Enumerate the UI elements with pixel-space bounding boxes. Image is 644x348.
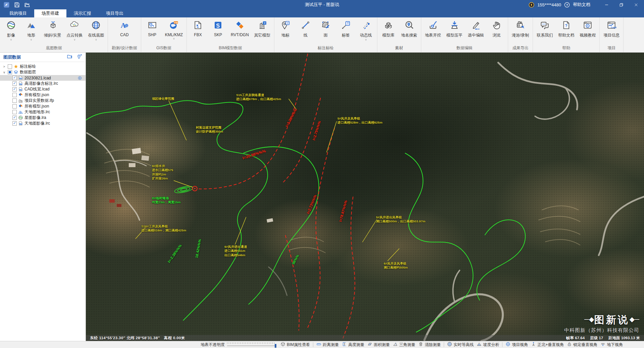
- layer-checkbox[interactable]: [12, 116, 17, 120]
- layer-tree-item-layer-startu-imagery[interactable]: 星图影像.lra: [0, 115, 86, 121]
- polygon-icon: [321, 20, 331, 31]
- company-name: 中科图新（苏州）科技有限公司: [564, 327, 639, 334]
- ribbon-button-kml-kmz[interactable]: KMLKML/KMZ∨: [162, 18, 185, 41]
- locate-layer-icon[interactable]: [77, 76, 82, 80]
- add-placemark-icon[interactable]: [76, 54, 82, 61]
- ribbon-button-place-search[interactable]: 地名搜索: [398, 18, 420, 42]
- ribbon-button-select-edit[interactable]: 选中编辑: [465, 18, 487, 42]
- statusbar-button-project-view[interactable]: 项目视角: [505, 342, 528, 348]
- statusbar-button-height-measure[interactable]: 高度测量: [342, 342, 364, 348]
- statusbar-button-area-measure[interactable]: 面积测量: [367, 342, 390, 348]
- layer-checkbox[interactable]: [12, 76, 17, 80]
- realscene-icon: [18, 98, 23, 103]
- svg-text:LRC: LRC: [20, 123, 22, 125]
- ribbon-button-contact-us[interactable]: 联系我们: [534, 18, 555, 42]
- layer-checkbox[interactable]: [12, 98, 17, 103]
- tab-presentation[interactable]: 演示汇报: [66, 9, 99, 17]
- svg-text:?: ?: [565, 23, 568, 28]
- expander-collapsed-icon[interactable]: >: [2, 65, 6, 68]
- layer-checkbox[interactable]: [12, 87, 17, 91]
- layer-tree-item-layer-tianditu-imagery[interactable]: LRC天地图影像.lrc: [0, 121, 86, 126]
- ribbon-button-help-doc[interactable]: ?帮助文档: [555, 18, 577, 42]
- ribbon-button-browse[interactable]: 浏览: [487, 18, 507, 42]
- layer-checkbox[interactable]: [8, 70, 12, 74]
- layer-tree-item-layer-all-models-1[interactable]: 所有模型.json: [0, 92, 86, 98]
- help-circle-icon[interactable]: ?: [564, 2, 570, 8]
- statusbar-button-slope-analysis[interactable]: 坡度分析: [477, 342, 499, 348]
- ribbon-button-model-library[interactable]: 模型库: [378, 18, 398, 42]
- layer-checkbox[interactable]: [8, 64, 12, 69]
- ribbon-button-shp[interactable]: SHP: [142, 18, 162, 41]
- layer-checkbox[interactable]: [12, 110, 17, 114]
- select-edit-icon: [471, 20, 481, 31]
- underground-view-icon: [600, 342, 605, 348]
- layer-tree-item-data-layers-group[interactable]: ∨数据图层: [0, 69, 86, 75]
- ribbon-button-project-info[interactable]: Logo项目信息: [601, 18, 622, 42]
- tab-my-projects[interactable]: 我的项目: [2, 9, 34, 17]
- help-doc-link[interactable]: 帮助文档: [573, 2, 590, 8]
- slider-handle[interactable]: [275, 344, 276, 348]
- ribbon-button-label[interactable]: T标签: [336, 18, 356, 42]
- statusbar-button-lock-vertical-view[interactable]: 锁定垂直视角: [567, 342, 597, 348]
- ribbon-button-fbx[interactable]: FBX: [188, 18, 208, 41]
- ribbon-button-skp[interactable]: SKP: [208, 18, 228, 41]
- statusbar-button-bim-attribute-view[interactable]: BIM属性查看: [280, 342, 310, 348]
- close-button[interactable]: [630, 0, 642, 9]
- ribbon-button-polygon[interactable]: 面: [316, 18, 336, 42]
- map-viewport[interactable]: 坝区绿化带范围S15工井及联络通道进口高程678m，出口高程425m5#风井及风…: [86, 53, 644, 341]
- layer-label: 高清影像含标注.lrc: [24, 81, 58, 86]
- statusbar-button-distance-measure[interactable]: 距离测量: [316, 342, 339, 348]
- expander-expanded-icon[interactable]: ∨: [2, 71, 6, 74]
- ribbon-button-placemark[interactable]: T地标: [275, 18, 296, 42]
- layer-tree-item-layer-cad-linewidth[interactable]: CADCAD线宽.lcad: [0, 86, 86, 92]
- layer-tree-item-layer-project-realscene[interactable]: 项目实景数据.lfp: [0, 98, 86, 103]
- open-folder-icon[interactable]: [24, 2, 31, 8]
- statusbar-button-north-vertical-view[interactable]: 正北+垂直视角: [531, 342, 564, 348]
- statusbar-button-triangle-measure[interactable]: 三角测量: [393, 342, 415, 348]
- restore-button[interactable]: [615, 0, 627, 9]
- ribbon-button-pointcloud-convert[interactable]: 点云转换∨: [64, 18, 85, 42]
- ribbon-button-terrain[interactable]: 地形∨: [21, 18, 41, 42]
- save-icon[interactable]: [14, 2, 20, 8]
- ribbon-button-model-flatten[interactable]: 模型压平: [444, 18, 465, 42]
- svg-text:Logo: Logo: [611, 26, 617, 29]
- ribbon-button-video-tutorial[interactable]: 视频教程: [577, 18, 598, 42]
- layer-tree-item-annotation-group[interactable]: >标注标绘: [0, 64, 86, 69]
- ribbon-button-line[interactable]: 线: [296, 18, 316, 42]
- statusbar-button-clear-measure[interactable]: 清除测量: [418, 342, 441, 348]
- add-group-folder-icon[interactable]: [67, 54, 72, 61]
- project-view-icon: [505, 342, 511, 348]
- statusbar-button-underground-view[interactable]: 地下视角: [600, 342, 623, 348]
- ribbon-button-other-model[interactable]: T其它模型: [252, 18, 273, 42]
- layer-checkbox[interactable]: [12, 81, 17, 86]
- layer-tree-item-layer-tianditu-terrain[interactable]: 天地图地形.lrc: [0, 109, 86, 115]
- lrc-icon: LRC: [18, 121, 23, 126]
- online-basemap-icon: [91, 20, 101, 31]
- tab-scene-build[interactable]: 场景搭建: [34, 9, 66, 17]
- ribbon-button-cad[interactable]: ACAD: [114, 18, 135, 41]
- ribbon-button-rvt-dgn[interactable]: RVT/DGN: [228, 18, 252, 41]
- statusbar-button-realtime-contour[interactable]: 实时等高线: [447, 342, 474, 348]
- layer-checkbox[interactable]: [12, 121, 17, 126]
- layer-checkbox[interactable]: [12, 104, 17, 109]
- ribbon-button-roam-record[interactable]: 漫游/录制: [509, 18, 532, 42]
- account-number[interactable]: 155****4480: [537, 2, 561, 7]
- ribbon-button-imagery[interactable]: 影像∨: [1, 18, 21, 42]
- layer-tree-item-layer-all-models-2[interactable]: 所有模型.json: [0, 103, 86, 109]
- minimize-button[interactable]: [600, 0, 612, 9]
- layer-panel-title: 图层数据: [3, 54, 21, 60]
- ribbon-button-terrain-dig[interactable]: 地表开挖: [422, 18, 444, 42]
- layer-tree-item-layer-hd-image-annotated[interactable]: LRC高清影像含标注.lrc: [0, 81, 86, 86]
- ribbon-button-dynamic-line[interactable]: 动态线∨: [356, 18, 376, 42]
- terrain-opacity-slider[interactable]: [227, 342, 277, 347]
- ribbon-button-oblique-realscene[interactable]: 倾斜/实景: [41, 18, 64, 42]
- tab-project-export[interactable]: 项目导出: [99, 9, 131, 17]
- fbx-icon: [193, 20, 203, 31]
- layer-tree-item-layer-20230821[interactable]: CAD20230821.lcad: [0, 75, 86, 81]
- layer-checkbox[interactable]: [12, 93, 17, 97]
- svg-text:T: T: [287, 22, 288, 25]
- cursor-coordinates: 东经 114°55′23.30″ 北纬 28°58′31.38″ 高程 0.00…: [90, 336, 185, 341]
- coin-badge-icon[interactable]: [528, 2, 535, 8]
- terrain-dig-icon: [428, 20, 438, 31]
- ribbon-button-online-basemap[interactable]: 在线底图∨: [85, 18, 107, 42]
